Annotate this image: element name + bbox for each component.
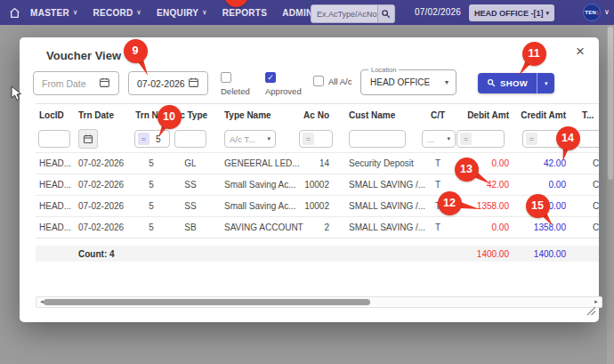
cell-type_name: Small Saving Ac... [210, 174, 297, 195]
filter-input-debit[interactable]: = [456, 130, 505, 148]
footer-debit-total: 1400.00 [456, 246, 516, 262]
chevron-down-icon: ∨ [137, 9, 141, 16]
from-date-input[interactable]: From Date [33, 71, 119, 95]
cell-cust_name: Security Deposit [345, 153, 420, 174]
chevron-down-icon: ▾ [545, 10, 549, 17]
column-header-cust_name[interactable]: Cust Name [345, 104, 420, 125]
deleted-checkbox[interactable] [221, 72, 231, 83]
footer-credit-total: 1400.00 [516, 246, 573, 262]
filter-input-trn_nbr[interactable]: =5 [134, 130, 170, 148]
column-header-t[interactable]: T... [573, 104, 599, 125]
show-button-group: SHOW ▾ [478, 73, 554, 93]
cell-credit: 42.00 [516, 153, 573, 174]
nav-item-reports[interactable]: REPORTS [222, 8, 267, 18]
cell-type_name: SAVING ACCOUNT [210, 217, 297, 238]
search-icon [487, 78, 496, 89]
filter-select-type_name[interactable]: A/c T...▾ [224, 130, 276, 148]
filter-input-t[interactable] [577, 130, 599, 148]
office-label: HEAD OFFICE -[1] [474, 9, 544, 18]
cell-locid: HEAD... [36, 196, 75, 216]
filter-input-ac_type[interactable] [174, 130, 206, 148]
cell-t: C... [573, 153, 599, 174]
chevron-down-icon: ▾ [447, 135, 450, 142]
column-header-trn_nbr[interactable]: Trn Nbr [132, 104, 171, 125]
calendar-icon[interactable] [99, 77, 110, 90]
column-header-ac_type[interactable]: Ac Type [171, 104, 210, 125]
location-label: Location [368, 66, 399, 74]
column-header-ac_no[interactable]: Ac No [297, 104, 345, 125]
footer-cell [345, 246, 420, 262]
equals-operator-chip[interactable]: = [138, 133, 149, 145]
show-dropdown-button[interactable]: ▾ [537, 73, 554, 93]
cell-ct: T [420, 196, 456, 216]
calendar-icon[interactable] [188, 77, 199, 90]
filter-input-ac_no[interactable]: = [299, 130, 333, 148]
to-date-input[interactable]: 07-02-2026 [128, 71, 208, 95]
search-icon[interactable] [377, 5, 394, 22]
column-header-credit[interactable]: Credit Amt [516, 104, 573, 125]
dialog-title: Voucher View [46, 49, 121, 62]
voucher-view-dialog: Voucher View × From Date 07-02-2026 Dele… [20, 37, 599, 322]
equals-operator-chip[interactable]: = [303, 133, 314, 145]
search-input[interactable]: Ex.AcType/AcNo [311, 4, 395, 23]
cell-credit: 0.00 [516, 174, 573, 195]
column-header-trn_date[interactable]: Trn Date [75, 104, 132, 125]
cell-trn_nbr: 5 [132, 153, 171, 174]
page-scrollbar-thumb[interactable] [608, 27, 613, 180]
filter-cell-trn_nbr: =5 [132, 125, 171, 152]
table-row-4[interactable]: HEAD...07-02-20265SBSAVING ACCOUNT2SMALL… [36, 216, 599, 238]
close-icon[interactable]: × [576, 44, 585, 59]
page-scrollbar[interactable] [607, 25, 614, 364]
filter-cell-locid [36, 125, 75, 152]
h-scrollbar-thumb[interactable] [44, 299, 370, 305]
location-select[interactable]: Location HEAD OFFICE ▾ [360, 69, 456, 95]
nav-item-master[interactable]: MASTER∨ [30, 8, 77, 18]
resize-handle-icon[interactable] [586, 303, 596, 320]
filter-cell-trn_date [75, 125, 132, 152]
all-ac-checkbox[interactable] [313, 76, 324, 86]
equals-operator-chip[interactable]: = [526, 133, 537, 145]
table-header-row: LocIDTrn DateTrn NbrAc TypeType NameAc N… [36, 104, 599, 125]
cell-trn_date: 07-02-2026 [75, 217, 132, 238]
office-selector[interactable]: HEAD OFFICE -[1] ▾ [469, 4, 554, 21]
nav-item-record[interactable]: RECORD∨ [93, 8, 141, 18]
app-logo[interactable]: TENi [583, 4, 601, 21]
nav-item-enquiry[interactable]: ENQUIRY∨ [157, 8, 207, 18]
filter-input-locid[interactable] [38, 130, 70, 148]
table-row-3[interactable]: HEAD...07-02-20265SSSmall Saving Ac...10… [36, 195, 599, 216]
column-header-debit[interactable]: Debit Amt [456, 104, 516, 125]
filter-calendar-icon[interactable] [78, 129, 98, 149]
table-row-2[interactable]: HEAD...07-02-20265SSSmall Saving Ac...10… [36, 174, 599, 195]
deleted-checkbox-group: Deleted [221, 72, 250, 96]
approved-checkbox-group: ✓ Approved [265, 72, 302, 96]
show-button[interactable]: SHOW [478, 73, 537, 93]
cell-ac_no: 10002 [297, 174, 345, 195]
table-row-1[interactable]: HEAD...07-02-20265GLGENEERAL LED...14Sec… [36, 152, 599, 174]
footer-cell [573, 246, 599, 262]
footer-cell [171, 246, 210, 262]
cell-ac_no: 14 [297, 153, 345, 174]
approved-checkbox[interactable]: ✓ [265, 72, 276, 83]
approved-label: Approved [265, 86, 302, 96]
all-ac-label: All A/c [328, 77, 351, 86]
column-header-ct[interactable]: C/T [420, 104, 456, 125]
cell-trn_date: 07-02-2026 [75, 174, 132, 195]
cell-ct: T [420, 153, 456, 174]
column-header-type_name[interactable]: Type Name [210, 104, 297, 125]
home-icon[interactable] [9, 6, 20, 22]
filter-select-ct[interactable]: ...▾ [422, 130, 456, 148]
column-header-locid[interactable]: LocID [36, 104, 75, 125]
cell-trn_date: 07-02-2026 [75, 153, 132, 174]
filter-input-cust_name[interactable] [349, 130, 406, 148]
footer-cell [36, 246, 75, 262]
cell-trn_date: 07-02-2026 [75, 196, 132, 216]
cell-trn_nbr: 5 [132, 196, 171, 216]
filter-cell-ct: ...▾ [420, 125, 456, 152]
user-menu-caret-icon[interactable]: ∨ [604, 8, 610, 16]
cell-cust_name: SMALL SAVING /... [345, 174, 420, 195]
filter-input-credit[interactable]: = [522, 130, 569, 148]
h-scrollbar[interactable]: ◄ ► [36, 296, 602, 308]
deleted-label: Deleted [221, 86, 250, 96]
screen: MASTER∨RECORD∨ENQUIRY∨REPORTSADMIN∨SHARE… [0, 0, 614, 364]
equals-operator-chip[interactable]: = [460, 133, 472, 145]
